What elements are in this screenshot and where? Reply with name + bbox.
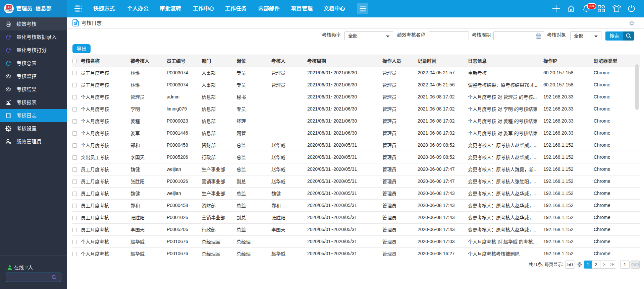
svg-text:POWER: POWER bbox=[7, 11, 11, 13]
